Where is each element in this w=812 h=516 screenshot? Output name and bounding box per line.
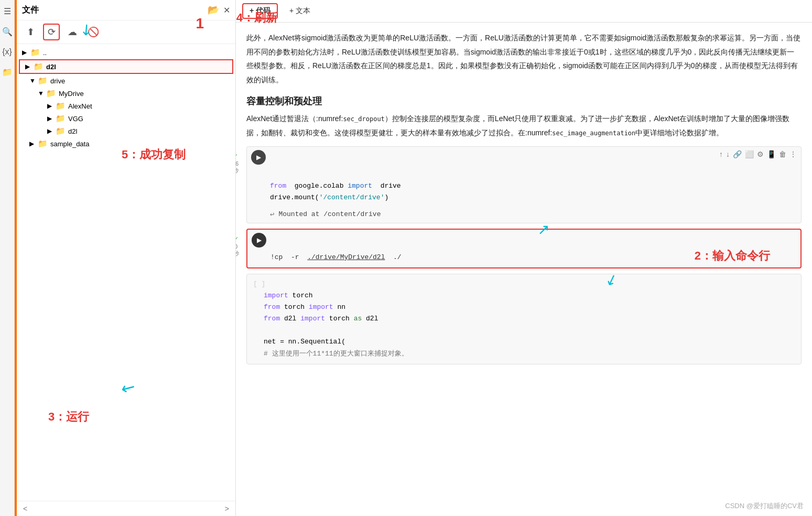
add-text-button[interactable]: + 文本 xyxy=(283,4,317,18)
menu-icon[interactable]: ☰ xyxy=(4,6,11,16)
file-toolbar: ⬆ ⟳ ☁ 🚫 1 4：刷新 xyxy=(17,20,235,44)
annotation-5-label: 5：成功复制 xyxy=(122,147,186,163)
bottom-nav: < > xyxy=(17,501,235,516)
tree-label-vgg: VGG xyxy=(68,115,83,123)
tree-item-alexnet[interactable]: ▶ 📁 AlexNet xyxy=(17,100,235,112)
output-text-1: Mounted at /content/drive xyxy=(278,210,381,218)
new-folder-icon[interactable]: 📂 xyxy=(208,4,219,16)
upload-icon: ⬆ xyxy=(27,26,35,38)
close-icon[interactable]: ✕ xyxy=(223,5,230,15)
copy-drive-icon: ⟳ xyxy=(48,26,56,38)
right-content: 此外，AlexNet将sigmoid激活函数改为更简单的ReLU激活函数。一方面… xyxy=(236,23,812,516)
move-down-icon[interactable]: ↓ xyxy=(726,150,730,158)
tree-label-dotdot: .. xyxy=(43,49,47,57)
annotation-2-label: 2：输入命令行 xyxy=(695,248,770,264)
output-icon-1: ↩ xyxy=(270,210,274,219)
code-cell-3: [ ] import torch from torch import nn fr… xyxy=(246,274,802,364)
tree-item-dotdot[interactable]: ▶ 📁 .. xyxy=(17,46,235,59)
tree-item-d2l-root[interactable]: ▶ 📁 d2l xyxy=(19,59,233,74)
cell-output-1: ↩ Mounted at /content/drive xyxy=(247,208,801,223)
code-cell-1: ✓ 36 秒 ▶ from google.colab import drive … xyxy=(246,146,802,223)
files-icon[interactable]: 📁 xyxy=(2,67,13,77)
tree-label-alexnet: AlexNet xyxy=(68,102,92,110)
annotation-4-label: 4：刷新 xyxy=(236,10,277,26)
tree-item-vgg[interactable]: ▶ 📁 VGG xyxy=(17,112,235,125)
delete-icon[interactable]: 🗑 xyxy=(779,150,786,158)
code-content-1: from google.colab import drive drive.mou… xyxy=(247,168,801,208)
code-content-3: [ ] import torch from torch import nn fr… xyxy=(247,274,801,364)
teal-arrow-mount: ↙ xyxy=(538,222,550,239)
annotation-1: 1 xyxy=(196,15,204,32)
tree-label-mydrive: MyDrive xyxy=(59,90,84,98)
cell-actions-1: ↑ ↓ 🔗 ⬜ ⚙ 📱 🗑 ⋮ xyxy=(719,150,797,158)
settings-icon[interactable]: ⚙ xyxy=(757,150,764,158)
files-title: 文件 xyxy=(22,5,208,16)
code-icon[interactable]: {x} xyxy=(2,47,12,57)
move-up-icon[interactable]: ↑ xyxy=(719,150,723,158)
upload-button[interactable]: ⬆ xyxy=(22,24,39,40)
cell-time-2: 秒 xyxy=(236,250,239,257)
paragraph-1: 此外，AlexNet将sigmoid激活函数改为更简单的ReLU激活函数。一方面… xyxy=(246,31,802,87)
run-button-1[interactable]: ▶ xyxy=(251,150,266,165)
run-button-2[interactable]: ▶ xyxy=(252,233,266,248)
tree-item-mydrive[interactable]: ▼ 📁 MyDrive xyxy=(17,87,235,100)
more-icon[interactable]: ⋮ xyxy=(789,150,797,158)
cell-num-1: 36 xyxy=(236,160,239,167)
right-header: + 代码 + 文本 xyxy=(236,0,812,23)
cloud-icon: ☁ xyxy=(68,26,77,38)
link-icon[interactable]: 🔗 xyxy=(733,150,742,158)
tree-label-drive: drive xyxy=(50,77,65,85)
tree-label-d2l-inner: d2l xyxy=(68,127,77,135)
copy-cell-icon[interactable]: ⬜ xyxy=(745,150,754,158)
nav-right[interactable]: > xyxy=(225,504,229,513)
file-tree: ▶ 📁 .. ▶ 📁 d2l ▼ 📁 drive ▼ 📁 MyDrive xyxy=(17,44,235,501)
csdn-watermark: CSDN @爱打瞌睡的CV君 xyxy=(725,501,804,511)
nav-left[interactable]: < xyxy=(23,504,27,513)
tree-item-drive[interactable]: ▼ 📁 drive xyxy=(17,74,235,87)
cell-num-2: 0 xyxy=(236,243,237,250)
annotation-3-label: 3：运行 xyxy=(48,409,89,425)
paragraph-2: AlexNet通过暂退法（:numref:sec_dropout）控制全连接层的… xyxy=(246,112,802,139)
search-icon[interactable]: 🔍 xyxy=(2,27,13,37)
cell-time-1: 秒 xyxy=(236,167,239,175)
tree-item-d2l-inner[interactable]: ▶ 📁 d2l xyxy=(17,125,235,137)
check-mark-2: ✓ xyxy=(236,235,239,243)
tree-label-d2l-root: d2l xyxy=(46,63,56,71)
copy-to-drive-button[interactable]: ⟳ xyxy=(43,24,60,40)
section-heading-2: 容量控制和预处理 xyxy=(246,95,802,108)
mobile-icon[interactable]: 📱 xyxy=(767,150,776,158)
tree-label-sample-data: sample_data xyxy=(50,140,89,148)
check-mark-1: ✓ xyxy=(236,152,239,160)
